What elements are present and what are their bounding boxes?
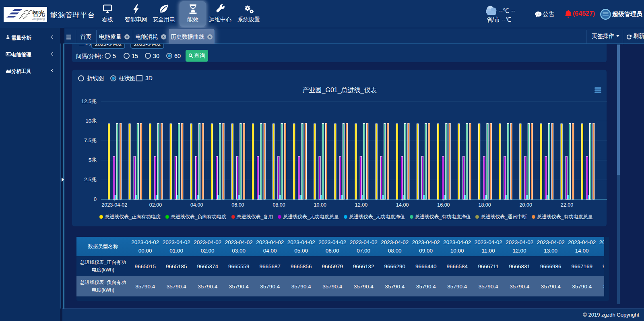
svg-text:12:00: 12:00: [355, 202, 367, 208]
svg-text:10兆: 10兆: [86, 118, 97, 124]
svg-text:2023-04-02: 2023-04-02: [101, 202, 127, 208]
svg-text:02:00: 02:00: [149, 202, 162, 208]
svg-text:Zhiguang: Zhiguang: [32, 17, 45, 21]
svg-text:2.5兆: 2.5兆: [84, 176, 97, 182]
svg-text:20:00: 20:00: [520, 202, 532, 208]
svg-text:0: 0: [94, 196, 97, 202]
svg-text:12.5兆: 12.5兆: [81, 98, 97, 104]
svg-text:22:00: 22:00: [561, 202, 573, 208]
svg-text:7.5兆: 7.5兆: [84, 137, 97, 143]
svg-text:08:00: 08:00: [272, 202, 285, 208]
svg-text:智光: 智光: [32, 10, 45, 17]
svg-text:16:00: 16:00: [437, 202, 450, 208]
svg-text:06:00: 06:00: [231, 202, 244, 208]
svg-text:10:00: 10:00: [314, 202, 326, 208]
svg-text:14:00: 14:00: [396, 202, 409, 208]
svg-text:04:00: 04:00: [190, 202, 203, 208]
svg-text:18:00: 18:00: [478, 202, 491, 208]
svg-text:5兆: 5兆: [89, 157, 97, 163]
